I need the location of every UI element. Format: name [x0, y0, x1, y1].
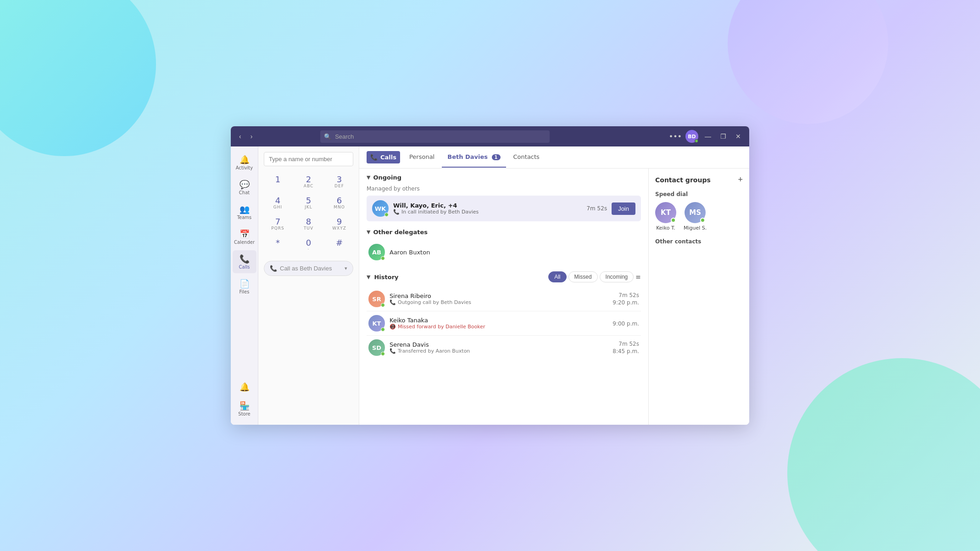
speed-dial-name-keiko: Keiko T.: [656, 225, 675, 231]
ongoing-call-row: WK Will, Kayo, Eric, +4 📞 In call initia…: [367, 196, 641, 221]
history-row: KT Keiko Tanaka 📵 Missed forward by Dani…: [367, 311, 641, 336]
history-title: History: [374, 274, 398, 281]
history-avatar-wrap: KT: [368, 315, 385, 332]
dial-key-star[interactable]: *: [264, 236, 292, 254]
status-dot: [695, 139, 698, 143]
more-options-icon[interactable]: •••: [669, 132, 682, 141]
speed-dial-name-miguel: Miguel S.: [684, 225, 707, 231]
call-as-button[interactable]: 📞 Call as Beth Davies ▾: [264, 261, 353, 276]
title-bar-right: ••• BD — ❐ ✕: [669, 130, 744, 143]
call-button-label: Call as Beth Davies: [280, 265, 332, 272]
ongoing-title: Ongoing: [373, 174, 401, 181]
history-duration: 7m 52s: [618, 341, 639, 347]
tab-beth-davies[interactable]: Beth Davies 1: [442, 147, 506, 168]
user-avatar[interactable]: BD: [685, 130, 698, 143]
close-button[interactable]: ✕: [733, 132, 744, 141]
delegate-name: Aaron Buxton: [390, 249, 430, 256]
filter-all-button[interactable]: All: [548, 271, 566, 282]
sidebar-item-label: Calls: [239, 264, 250, 270]
speed-dial-item-miguel[interactable]: MS Miguel S.: [684, 202, 707, 231]
sidebar-item-notifications[interactable]: 🔔: [233, 378, 256, 395]
speed-dial-avatar-keiko: KT: [655, 202, 676, 223]
history-info: Keiko Tanaka 📵 Missed forward by Daniell…: [390, 317, 608, 330]
contact-groups-title: Contact groups: [655, 176, 711, 184]
dial-key-2[interactable]: 2ABC: [295, 173, 323, 191]
sidebar-item-label: Teams: [237, 215, 252, 220]
history-right: 7m 52s 9:20 p.m.: [612, 292, 639, 306]
sidebar-item-label: Files: [239, 289, 250, 294]
tab-badge: 1: [492, 154, 501, 160]
dialpad-search-input[interactable]: [264, 152, 353, 166]
minimize-button[interactable]: —: [702, 132, 714, 141]
history-status-dot: [381, 327, 385, 332]
join-button[interactable]: Join: [612, 202, 635, 215]
sidebar-item-store[interactable]: 🏪 Store: [233, 397, 256, 420]
filter-incoming-button[interactable]: Incoming: [600, 271, 634, 282]
history-status-dot: [381, 303, 385, 307]
content-area: 📞 Calls Personal Beth Davies 1 Contacts: [359, 146, 749, 425]
dial-key-9[interactable]: 9WXYZ: [325, 215, 353, 233]
sidebar-item-label: Activity: [236, 165, 253, 170]
main-content: 🔔 Activity 💬 Chat 👥 Teams 📅 Calender 📞 C…: [231, 146, 749, 425]
filter-missed-button[interactable]: Missed: [568, 271, 598, 282]
store-icon: 🏪: [239, 401, 250, 410]
calls-content: ▼ Ongoing Managed by others WK Will, Kay…: [359, 169, 648, 425]
history-avatar-wrap: SD: [368, 339, 385, 356]
calls-title: Calls: [380, 154, 396, 161]
sidebar-item-teams[interactable]: 👥 Teams: [233, 201, 256, 224]
dial-key-5[interactable]: 5JKL: [295, 194, 323, 212]
speed-dial-title: Speed dial: [655, 191, 743, 197]
maximize-button[interactable]: ❐: [718, 132, 729, 141]
search-bar: 🔍: [320, 130, 550, 143]
delegates-collapse-arrow[interactable]: ▼: [367, 229, 370, 235]
history-time: 9:00 p.m.: [612, 320, 639, 327]
history-duration: 7m 52s: [618, 292, 639, 298]
speed-dial-avatar-miguel: MS: [685, 202, 706, 223]
history-right: 9:00 p.m.: [612, 320, 639, 327]
nav-forward-button[interactable]: ›: [248, 132, 256, 141]
dial-key-7[interactable]: 7PQRS: [264, 215, 292, 233]
sidebar-item-calender[interactable]: 📅 Calender: [233, 225, 256, 248]
filter-options-icon[interactable]: ≡: [635, 273, 641, 281]
calls-tab-icon: 📞 Calls: [367, 151, 400, 163]
teams-icon: 👥: [239, 204, 250, 214]
ongoing-duration: 7m 52s: [586, 205, 607, 212]
dial-key-8[interactable]: 8TUV: [295, 215, 323, 233]
sidebar-item-calls[interactable]: 📞 Calls: [233, 250, 256, 273]
ongoing-collapse-arrow[interactable]: ▼: [367, 174, 370, 180]
history-status-dot: [381, 352, 385, 356]
calls-icon: 📞: [239, 254, 250, 264]
dialpad: 1 2ABC 3DEF 4GHI 5JKL 6MNO 7PQRS 8TUV 9W…: [264, 173, 353, 254]
sidebar-item-files[interactable]: 📄 Files: [233, 275, 256, 298]
call-button-left: 📞 Call as Beth Davies: [270, 265, 332, 272]
add-contact-group-button[interactable]: +: [738, 175, 743, 185]
dial-key-0[interactable]: 0·: [295, 236, 323, 254]
nav-buttons[interactable]: ‹ ›: [236, 132, 255, 141]
history-collapse-arrow[interactable]: ▼: [367, 274, 370, 280]
history-name: Keiko Tanaka: [390, 317, 608, 324]
nav-back-button[interactable]: ‹: [236, 132, 244, 141]
tab-personal[interactable]: Personal: [404, 147, 440, 168]
title-bar: ‹ › 🔍 ••• BD — ❐ ✕: [231, 126, 749, 146]
phone-sub-icon: 📞: [393, 209, 400, 215]
dial-key-4[interactable]: 4GHI: [264, 194, 292, 212]
chat-icon: 💬: [239, 180, 250, 189]
sidebar-item-label: Chat: [239, 190, 250, 195]
missed-call-icon: 📵: [390, 324, 396, 330]
dial-key-6[interactable]: 6MNO: [325, 194, 353, 212]
sidebar: 🔔 Activity 💬 Chat 👥 Teams 📅 Calender 📞 C…: [231, 146, 258, 425]
dial-key-hash[interactable]: #: [325, 236, 353, 254]
right-panel-header: Contact groups +: [655, 175, 743, 185]
delegate-avatar-wrap: AB: [368, 244, 385, 260]
sidebar-item-chat[interactable]: 💬 Chat: [233, 176, 256, 199]
calendar-icon: 📅: [239, 229, 250, 239]
tab-contacts[interactable]: Contacts: [508, 147, 545, 168]
search-icon: 🔍: [324, 133, 331, 140]
dial-key-1[interactable]: 1: [264, 173, 292, 191]
ongoing-avatar-wrap: WK: [372, 200, 389, 217]
sidebar-item-activity[interactable]: 🔔 Activity: [233, 151, 256, 174]
speed-dial-item-keiko[interactable]: KT Keiko T.: [655, 202, 676, 231]
search-input[interactable]: [320, 130, 550, 143]
outgoing-call-icon: 📞: [390, 299, 396, 305]
dial-key-3[interactable]: 3DEF: [325, 173, 353, 191]
